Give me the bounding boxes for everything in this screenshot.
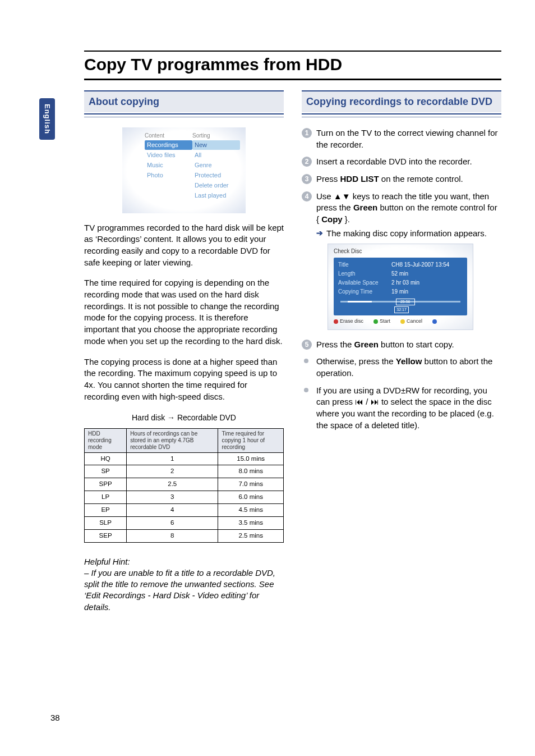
step-1: Turn on the TV to the correct viewing ch… (302, 127, 501, 150)
about-p2: The time required for copying is dependi… (84, 277, 284, 347)
table-row: SPP2.57.0 mins (85, 478, 284, 491)
col-sorting-label: Sorting (192, 132, 240, 140)
th-mode: HDD recording mode (85, 428, 127, 452)
step-2: Insert a recordable DVD into the recorde… (302, 156, 501, 168)
check-disc-legend: Erase disc Start Cancel (334, 318, 467, 324)
language-tab: English (39, 98, 55, 140)
table-row: SEP82.5 mins (85, 529, 284, 542)
step-5: Press the Green button to start copy. (302, 339, 501, 351)
green-dot-icon (373, 319, 378, 324)
table-row: HQ115.0 mins (85, 452, 284, 465)
content-menu-illustration: Content Sorting RecordingsNew Video file… (122, 127, 246, 213)
step-4-sub: ➔The making disc copy information appear… (316, 228, 501, 240)
flow-caption: Hard disk → Recordable DVD (84, 413, 284, 423)
heading-rule (84, 113, 284, 114)
heading-rule-thin (302, 117, 501, 117)
language-label: English (43, 104, 52, 134)
table-row: EP44.5 mins (85, 504, 284, 517)
heading-rule (302, 113, 501, 114)
title-rule (84, 80, 501, 80)
note-1: Otherwise, press the Yellow button to ab… (302, 356, 501, 379)
table-row: SLP63.5 mins (85, 516, 284, 529)
th-time: Time required for copying 1 hour of reco… (218, 428, 284, 452)
arrow-right-icon: ➔ (316, 228, 323, 240)
about-p3: The copying process is done at a higher … (84, 356, 284, 403)
notes-list: Otherwise, press the Yellow button to ab… (302, 356, 501, 431)
left-column: About copying Content Sorting Recordings… (84, 90, 284, 613)
about-copying-heading: About copying (84, 90, 284, 112)
blue-dot-icon (432, 319, 437, 324)
copying-heading: Copying recordings to recordable DVD (302, 90, 501, 112)
red-dot-icon (334, 319, 338, 324)
helpful-hint: Helpful Hint: – If you are unable to fit… (84, 556, 284, 613)
hint-body: – If you are unable to fit a title to a … (84, 567, 284, 613)
table-row: LP36.0 mins (85, 491, 284, 504)
hint-label: Helpful Hint: (84, 556, 284, 567)
check-disc-illustration: Check Disc TitleCH8 15-Jul-2007 13:54 Le… (328, 244, 473, 329)
about-p1: TV programmes recorded to the hard disk … (84, 222, 284, 269)
step-3: Press HDD LIST on the remote control. (302, 173, 501, 185)
note-2: If you are using a DVD±RW for recording,… (302, 385, 501, 432)
table-row: SP28.0 mins (85, 465, 284, 478)
page-number: 38 (50, 713, 60, 722)
yellow-dot-icon (400, 319, 405, 324)
check-disc-title: Check Disc (334, 248, 467, 255)
right-column: Copying recordings to recordable DVD Tur… (302, 90, 501, 613)
th-hours: Hours of recordings can be stored in an … (127, 428, 218, 452)
heading-rule-thin (84, 117, 284, 117)
steps-list: Turn on the TV to the correct viewing ch… (302, 127, 501, 351)
col-content-label: Content (145, 132, 192, 140)
recording-mode-table: HDD recording mode Hours of recordings c… (84, 428, 284, 543)
step-4: Use ▲▼ keys to reach the title you want,… (302, 191, 501, 330)
page-title: Copy TV programmes from HDD (84, 51, 501, 80)
content-menu-header: Content Sorting (128, 132, 240, 140)
